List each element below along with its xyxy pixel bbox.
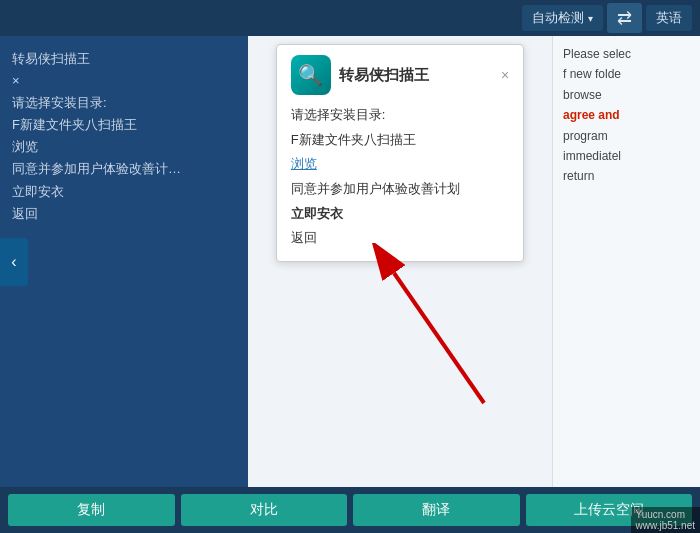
left-panel: ‹ 转易侠扫描王 × 请选择安装目录: F新建文件夹八扫描王 浏览 同意并参加用… (0, 36, 248, 487)
auto-detect-label: 自动检测 (532, 9, 584, 27)
agree-label: 同意并参加用户体验改善计划 (291, 177, 509, 202)
back-arrow-btn[interactable]: ‹ (0, 238, 28, 286)
installer-header: 🔍 转易侠扫描王 × (291, 55, 509, 95)
translate-button[interactable]: 翻译 (353, 494, 520, 526)
right-panel-text: Please selec f new folde browse agree an… (563, 44, 690, 187)
install-dir-label: 请选择安装目录: (291, 103, 509, 128)
install-now-btn[interactable]: 立即安衣 (291, 202, 509, 227)
left-line-7: 立即安衣 (12, 181, 236, 203)
installer-title: 转易侠扫描王 (339, 66, 429, 85)
swap-languages-btn[interactable]: ⇄ (607, 3, 642, 33)
right-line-5: program (563, 126, 690, 146)
target-language-label: 英语 (656, 10, 682, 25)
auto-detect-btn[interactable]: 自动检测 ▾ (522, 5, 603, 31)
right-line-4: agree and (563, 105, 690, 125)
main-area: ‹ 转易侠扫描王 × 请选择安装目录: F新建文件夹八扫描王 浏览 同意并参加用… (0, 36, 700, 487)
top-bar: 自动检测 ▾ ⇄ 英语 (0, 0, 700, 36)
right-panel: Please selec f new folde browse agree an… (552, 36, 700, 487)
left-line-1: 转易侠扫描王 (12, 48, 236, 70)
right-line-3: browse (563, 85, 690, 105)
middle-panel: 🔍 转易侠扫描王 × 请选择安装目录: F新建文件夹八扫描王 浏览 同意并参加用… (248, 36, 552, 487)
left-line-3: 请选择安装目录: (12, 92, 236, 114)
installer-close-btn[interactable]: × (501, 67, 509, 83)
right-line-7: return (563, 166, 690, 186)
left-line-4: F新建文件夹八扫描王 (12, 114, 236, 136)
left-line-6: 同意并参加用户体验改善计… (12, 158, 236, 180)
right-line-6: immediatel (563, 146, 690, 166)
watermark: Yuucn.com www.jb51.net (631, 507, 700, 533)
go-back-link[interactable]: 返回 (291, 226, 509, 251)
right-line-2: f new folde (563, 64, 690, 84)
browse-link[interactable]: 浏览 (291, 152, 509, 177)
swap-icon: ⇄ (617, 7, 632, 29)
installer-app-icon: 🔍 (291, 55, 331, 95)
chevron-down-icon: ▾ (588, 13, 593, 24)
installer-popup: 🔍 转易侠扫描王 × 请选择安装目录: F新建文件夹八扫描王 浏览 同意并参加用… (276, 44, 524, 262)
left-line-2: × (12, 70, 236, 92)
left-panel-text: 转易侠扫描王 × 请选择安装目录: F新建文件夹八扫描王 浏览 同意并参加用户体… (12, 48, 236, 225)
install-dir-path: F新建文件夹八扫描王 (291, 128, 509, 153)
left-line-5: 浏览 (12, 136, 236, 158)
target-language-btn[interactable]: 英语 (646, 5, 692, 31)
installer-content: 请选择安装目录: F新建文件夹八扫描王 浏览 同意并参加用户体验改善计划 立即安… (291, 103, 509, 251)
copy-button[interactable]: 复制 (8, 494, 175, 526)
red-arrow-indicator (364, 243, 544, 427)
watermark-line1: Yuucn.com (636, 509, 695, 520)
right-line-1: Please selec (563, 44, 690, 64)
svg-line-1 (394, 273, 484, 403)
compare-button[interactable]: 对比 (181, 494, 348, 526)
left-line-8: 返回 (12, 203, 236, 225)
bottom-toolbar: 复制 对比 翻译 上传云空间 (0, 487, 700, 533)
watermark-line2: www.jb51.net (636, 520, 695, 531)
